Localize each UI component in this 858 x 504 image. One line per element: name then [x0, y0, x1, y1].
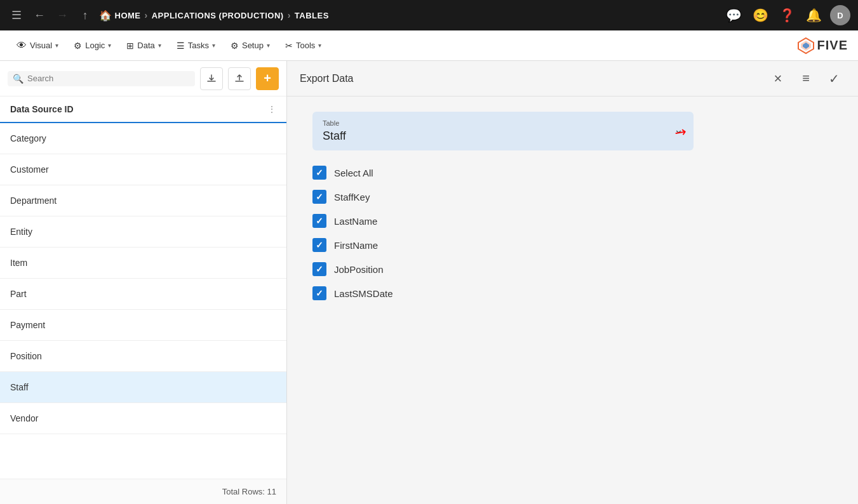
add-button[interactable]: + [256, 67, 279, 90]
applications-breadcrumb[interactable]: APPLICATIONS (PRODUCTION) [152, 11, 284, 20]
confirm-button[interactable]: ✓ [822, 67, 845, 90]
tools-label: Tools [296, 41, 315, 50]
logic-arrow: ▾ [108, 42, 111, 49]
checkbox-label: LastName [334, 216, 377, 227]
top-bar-right: 💬 😊 ❓ 🔔 D [723, 5, 850, 25]
five-logo-icon [797, 37, 815, 55]
nav-data[interactable]: ⊞ Data ▾ [120, 37, 167, 55]
checkbox-list: ✓Select All✓StaffKey✓LastName✓FirstName✓… [312, 166, 833, 300]
help-icon[interactable]: ❓ [777, 5, 797, 25]
home-icon: 🏠 [99, 10, 112, 22]
face-icon[interactable]: 😊 [750, 5, 770, 25]
list-item[interactable]: Customer [0, 154, 286, 185]
main-content: 🔍 + Data Source ID ⋮ CategoryCustomerDep… [0, 61, 858, 504]
tools-icon: ✂ [285, 41, 293, 51]
logic-label: Logic [85, 41, 105, 50]
nav-visual[interactable]: 👁 Visual ▾ [10, 36, 65, 55]
menu-button[interactable]: ≡ [794, 67, 817, 90]
list-item[interactable]: Vendor [0, 403, 286, 434]
add-icon: + [264, 71, 271, 86]
checkbox-label: FirstName [334, 240, 378, 251]
table-value: Staff [323, 129, 666, 143]
close-button[interactable]: × [767, 67, 789, 90]
check-icon: ✓ [316, 264, 323, 274]
bell-icon[interactable]: 🔔 [803, 5, 824, 25]
five-logo: FIVE [797, 37, 848, 55]
upload-button[interactable] [228, 67, 251, 90]
upload-icon [234, 74, 245, 84]
list-item[interactable]: Position [0, 341, 286, 372]
left-panel: 🔍 + Data Source ID ⋮ CategoryCustomerDep… [0, 61, 287, 504]
checkbox-item[interactable]: ✓LastSMSDate [312, 286, 833, 300]
checkbox[interactable]: ✓ [312, 166, 326, 180]
menu-icon[interactable]: ☰ [8, 6, 25, 24]
table-label: Table [323, 119, 666, 127]
checkbox[interactable]: ✓ [312, 190, 326, 204]
list-item[interactable]: Item [0, 248, 286, 279]
nav-tools[interactable]: ✂ Tools ▾ [279, 37, 328, 55]
panel-title: Export Data [300, 73, 353, 84]
checkbox-label: LastSMSDate [334, 288, 393, 299]
check-icon: ✓ [316, 192, 323, 202]
list-items: CategoryCustomerDepartmentEntityItemPart… [0, 123, 286, 479]
setup-icon: ⚙ [231, 41, 239, 51]
checkbox[interactable]: ✓ [312, 238, 326, 252]
checkbox-label: Select All [334, 168, 373, 178]
checkbox-item[interactable]: ✓StaffKey [312, 190, 833, 204]
data-arrow: ▾ [158, 42, 161, 49]
up-button[interactable]: ↑ [76, 6, 94, 24]
tasks-arrow: ▾ [212, 42, 215, 49]
total-rows-label: Total Rows: 11 [222, 487, 276, 496]
checkbox-item[interactable]: ✓JobPosition [312, 262, 833, 276]
search-input[interactable] [27, 74, 190, 83]
list-item[interactable]: Category [0, 123, 286, 154]
right-panel: Export Data × ≡ ✓ Table Staff ⌄ ↗ [287, 61, 858, 504]
nav-logic[interactable]: ⚙ Logic ▾ [67, 37, 117, 55]
visual-label: Visual [30, 41, 52, 50]
user-avatar[interactable]: D [830, 5, 850, 25]
checkbox-item[interactable]: ✓LastName [312, 214, 833, 228]
setup-label: Setup [242, 41, 264, 50]
list-item[interactable]: Staff [0, 372, 286, 403]
nav-tasks[interactable]: ☰ Tasks ▾ [170, 37, 222, 55]
second-navigation-bar: 👁 Visual ▾ ⚙ Logic ▾ ⊞ Data ▾ ☰ Tasks ▾ … [0, 30, 858, 61]
download-button[interactable] [200, 67, 223, 90]
chat-icon[interactable]: 💬 [723, 5, 744, 25]
checkbox[interactable]: ✓ [312, 286, 326, 300]
header-icon: ⋮ [267, 104, 276, 114]
checkbox[interactable]: ✓ [312, 262, 326, 276]
home-label: HOME [115, 11, 141, 20]
left-toolbar: 🔍 + [0, 61, 286, 96]
table-dropdown-inner: Table Staff [323, 119, 666, 143]
list-item[interactable]: Part [0, 279, 286, 310]
dropdown-arrow-area: ⌄ ↗ [666, 123, 683, 140]
home-breadcrumb[interactable]: 🏠 HOME [99, 10, 141, 22]
list-item[interactable]: Department [0, 185, 286, 216]
tasks-icon: ☰ [177, 41, 185, 51]
data-label: Data [137, 41, 154, 50]
check-icon: ✓ [316, 216, 323, 226]
list-header-title: Data Source ID [10, 104, 74, 114]
checkbox-item[interactable]: ✓FirstName [312, 238, 833, 252]
logic-icon: ⚙ [74, 41, 82, 51]
list-item[interactable]: Entity [0, 216, 286, 248]
forward-button[interactable]: → [53, 6, 71, 24]
list-footer: Total Rows: 11 [0, 479, 286, 504]
search-icon: 🔍 [13, 74, 23, 84]
check-icon: ✓ [316, 240, 323, 250]
top-navigation-bar: ☰ ← → ↑ 🏠 HOME › APPLICATIONS (PRODUCTIO… [0, 0, 858, 30]
back-button[interactable]: ← [30, 6, 48, 24]
tables-breadcrumb[interactable]: TABLES [295, 11, 329, 20]
checkbox[interactable]: ✓ [312, 214, 326, 228]
export-content: Table Staff ⌄ ↗ ✓Select All✓StaffKey✓Las… [287, 96, 858, 315]
checkbox-label: JobPosition [334, 264, 384, 275]
nav-setup[interactable]: ⚙ Setup ▾ [224, 37, 276, 55]
check-icon: ✓ [316, 168, 323, 178]
checkbox-label: StaffKey [334, 192, 370, 202]
table-dropdown[interactable]: Table Staff ⌄ ↗ [312, 112, 694, 150]
list-item[interactable]: Payment [0, 310, 286, 341]
tasks-label: Tasks [188, 41, 209, 50]
setup-arrow: ▾ [267, 42, 270, 49]
panel-header: Export Data × ≡ ✓ [287, 61, 858, 96]
checkbox-item[interactable]: ✓Select All [312, 166, 833, 180]
